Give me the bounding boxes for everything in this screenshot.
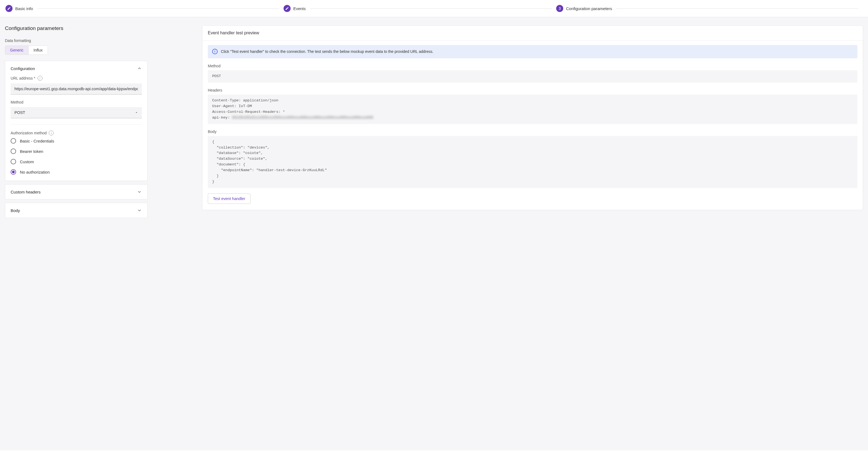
auth-method-label: Authorization method i — [11, 130, 142, 136]
radio-no-authorization[interactable]: No authorization — [11, 169, 142, 175]
method-label: Method — [11, 100, 142, 104]
step-label: Basic info — [15, 6, 33, 11]
custom-headers-panel-header[interactable]: Custom headers — [5, 184, 147, 199]
custom-headers-panel: Custom headers — [5, 184, 148, 200]
auth-method-label-text: Authorization method — [11, 131, 46, 135]
step-separator — [310, 8, 552, 9]
step-events[interactable]: Events — [283, 5, 306, 12]
preview-body-value: { "collection": "devices", "database": "… — [208, 136, 857, 188]
step-basic-info[interactable]: Basic info — [5, 5, 33, 12]
api-key-redacted: XXxXXxXXxXxxxXXXxxxXXXxxxXXXxxxXXXxxxXXX… — [232, 116, 373, 120]
info-banner: i Click "Test event handler" to check th… — [208, 45, 857, 58]
configuration-panel: Configuration URL address * i Method — [5, 61, 148, 181]
radio-label: Bearer token — [20, 149, 43, 154]
radio-custom[interactable]: Custom — [11, 159, 142, 164]
radio-basic-credentials[interactable]: Basic - Credentials — [11, 138, 142, 144]
info-icon: i — [212, 49, 218, 54]
configuration-panel-header[interactable]: Configuration — [5, 61, 147, 76]
toggle-influx[interactable]: Influx — [28, 46, 48, 55]
test-event-handler-button[interactable]: Test event handler — [208, 193, 251, 204]
preview-method-value: POST — [208, 70, 857, 83]
auth-radio-group: Basic - Credentials Bearer token Custom … — [11, 138, 142, 175]
body-panel: Body — [5, 203, 148, 218]
radio-label: No authorization — [20, 170, 50, 174]
info-banner-text: Click "Test event handler" to check the … — [221, 49, 433, 55]
url-address-label-text: URL address * — [11, 76, 35, 80]
toggle-generic[interactable]: Generic — [5, 46, 28, 55]
step-configuration-parameters[interactable]: 3 Configuration parameters — [556, 5, 612, 12]
preview-body-label: Body — [208, 129, 857, 134]
radio-icon — [11, 169, 16, 175]
url-address-input[interactable] — [11, 83, 142, 95]
radio-icon — [11, 149, 16, 154]
preview-headers-value: Content-Type: application/json User-Agen… — [208, 95, 857, 124]
step-separator — [37, 8, 279, 9]
radio-icon — [11, 159, 16, 164]
step-label: Events — [293, 6, 306, 11]
stepper: Basic info Events 3 Configuration parame… — [0, 0, 868, 17]
info-icon[interactable]: i — [38, 76, 42, 81]
data-formatting-toggle: Generic Influx — [5, 46, 48, 55]
panel-title: Body — [11, 208, 20, 213]
preview-headers-label: Headers — [208, 88, 857, 92]
url-address-label: URL address * i — [11, 76, 142, 81]
info-icon[interactable]: i — [49, 130, 54, 136]
radio-label: Custom — [20, 159, 34, 164]
step-label: Configuration parameters — [566, 6, 612, 11]
chevron-up-icon — [137, 66, 142, 71]
step-separator — [616, 8, 858, 9]
step-number-icon: 3 — [556, 5, 563, 12]
edit-icon — [283, 5, 290, 12]
preview-method-label: Method — [208, 64, 857, 68]
page-title: Configuration parameters — [5, 25, 148, 31]
radio-label: Basic - Credentials — [20, 139, 54, 143]
edit-icon — [5, 5, 12, 12]
panel-title: Configuration — [11, 66, 35, 71]
panel-title: Custom headers — [11, 190, 40, 194]
chevron-down-icon — [137, 189, 142, 194]
preview-title: Event handler test preview — [203, 26, 863, 40]
data-formatting-label: Data formatting — [5, 38, 148, 43]
radio-bearer-token[interactable]: Bearer token — [11, 149, 142, 154]
radio-icon — [11, 138, 16, 144]
preview-card: Event handler test preview i Click "Test… — [202, 25, 863, 210]
method-select[interactable] — [11, 107, 142, 118]
body-panel-header[interactable]: Body — [5, 203, 147, 218]
chevron-down-icon — [137, 208, 142, 213]
